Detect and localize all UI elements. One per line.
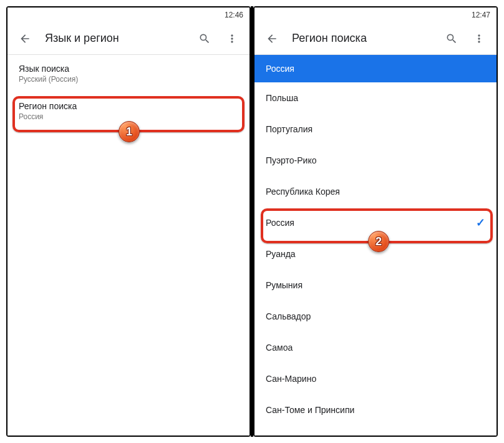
region-name: Польша [266, 93, 298, 103]
region-row[interactable]: Саудовская Аравия [254, 426, 497, 436]
back-icon[interactable] [12, 26, 37, 51]
region-row[interactable]: Сан-Марино [254, 363, 497, 394]
settings-list: Язык поиска Русский (Россия) Регион поис… [7, 55, 250, 436]
back-icon[interactable] [259, 26, 284, 51]
region-name: Португалия [266, 124, 313, 134]
region-name: Самоа [266, 343, 293, 353]
region-name: Сан-Марино [266, 374, 316, 384]
checkmark-icon: ✓ [476, 216, 485, 230]
callout-badge-1: 1 [119, 121, 140, 142]
region-row[interactable]: Пуэрто-Рико [254, 145, 497, 176]
region-name: Россия [266, 218, 294, 228]
region-name: Республика Корея [266, 187, 340, 197]
clock: 12:47 [472, 11, 490, 19]
callout-badge-2: 2 [368, 231, 389, 252]
more-icon[interactable] [467, 26, 492, 51]
page-title: Язык и регион [40, 32, 190, 45]
row-title: Язык поиска [19, 64, 238, 74]
region-name: Пуэрто-Рико [266, 155, 316, 165]
region-name: Сан-Томе и Принсипи [266, 405, 354, 415]
region-row[interactable]: Португалия [254, 114, 497, 145]
status-bar: 12:47 [254, 7, 497, 22]
status-bar: 12:46 [7, 7, 250, 22]
screen-region-select: 12:47 Регион поиска Россия ПольшаПортуга… [254, 7, 497, 436]
region-name: Румыния [266, 280, 303, 290]
region-name: Сальвадор [266, 311, 311, 321]
clock: 12:46 [225, 11, 243, 19]
search-icon[interactable] [439, 26, 464, 51]
app-bar: Регион поиска [254, 22, 497, 55]
screen-language-region: 12:46 Язык и регион Язык поиска Русский … [7, 7, 250, 436]
region-row[interactable]: Республика Корея [254, 176, 497, 207]
page-title: Регион поиска [287, 32, 437, 45]
region-row[interactable]: Самоа [254, 332, 497, 363]
app-bar: Язык и регион [7, 22, 250, 55]
region-row[interactable]: Сан-Томе и Принсипи [254, 394, 497, 426]
row-subtitle: Русский (Россия) [19, 75, 238, 84]
region-row[interactable]: Румыния [254, 270, 497, 301]
region-row[interactable]: Польша [254, 82, 497, 114]
row-subtitle: Россия [19, 112, 238, 121]
region-row[interactable]: Сальвадор [254, 301, 497, 332]
search-language-row[interactable]: Язык поиска Русский (Россия) [7, 55, 250, 92]
selected-region-header[interactable]: Россия [254, 55, 497, 82]
search-icon[interactable] [192, 26, 217, 51]
more-icon[interactable] [220, 26, 245, 51]
row-title: Регион поиска [19, 101, 238, 111]
region-name: Руанда [266, 249, 296, 259]
